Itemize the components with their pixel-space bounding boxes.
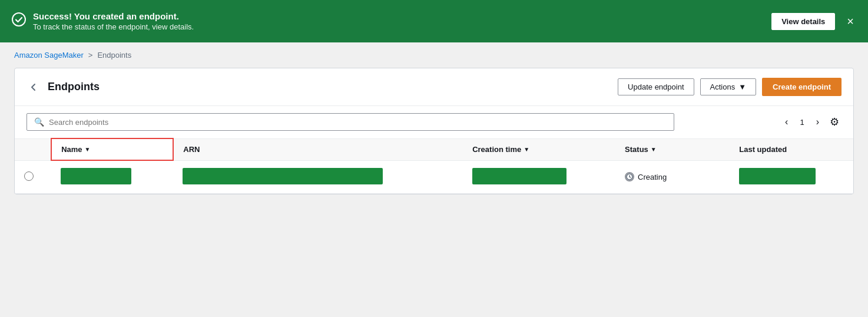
row-arn-cell	[173, 160, 463, 194]
endpoints-table: Name ▼ ARN Creation time ▼	[15, 138, 853, 194]
prev-page-button[interactable]: ‹	[780, 114, 793, 130]
row-creation-cell	[463, 160, 615, 194]
row-name-cell	[51, 160, 173, 194]
status-creating: Creating	[625, 172, 720, 181]
search-icon: 🔍	[34, 117, 44, 127]
success-banner: Success! You created an endpoint. To tra…	[0, 0, 868, 42]
col-header-radio	[15, 138, 51, 160]
search-input[interactable]	[49, 118, 667, 127]
name-redacted-block	[61, 168, 131, 184]
pagination-row: ‹ 1 › ⚙	[780, 113, 842, 131]
card-header-right: Update endpoint Actions ▼ Create endpoin…	[618, 78, 842, 96]
status-sort-arrow: ▼	[651, 146, 657, 153]
col-header-name[interactable]: Name ▼	[51, 138, 173, 160]
creation-sort-arrow: ▼	[524, 146, 529, 153]
next-page-button[interactable]: ›	[811, 114, 824, 130]
card-header-left: Endpoints	[26, 80, 100, 94]
success-subtitle: To track the status of the endpoint, vie…	[33, 22, 194, 31]
update-endpoint-button[interactable]: Update endpoint	[618, 78, 694, 95]
success-banner-left: Success! You created an endpoint. To tra…	[12, 11, 194, 31]
search-row: 🔍 ‹ 1 › ⚙	[15, 106, 853, 138]
breadcrumb: Amazon SageMaker > Endpoints	[0, 42, 868, 68]
status-clock-icon	[625, 172, 634, 181]
close-banner-button[interactable]: ×	[844, 13, 856, 29]
col-header-creation-time[interactable]: Creation time ▼	[463, 138, 615, 160]
success-title: Success! You created an endpoint.	[33, 11, 194, 21]
col-header-arn: ARN	[173, 138, 463, 160]
row-radio-cell[interactable]	[15, 160, 51, 194]
collapse-icon[interactable]	[26, 80, 41, 94]
table-header-row: Name ▼ ARN Creation time ▼	[15, 138, 853, 160]
success-check-icon	[12, 12, 26, 27]
breadcrumb-parent-link[interactable]: Amazon SageMaker	[14, 51, 84, 60]
actions-button[interactable]: Actions ▼	[700, 78, 757, 95]
card-header: Endpoints Update endpoint Actions ▼ Crea…	[15, 68, 853, 106]
success-banner-right: View details ×	[771, 13, 856, 30]
view-details-button[interactable]: View details	[771, 13, 835, 30]
search-box: 🔍	[26, 113, 674, 131]
row-status-cell: Creating	[615, 160, 730, 194]
breadcrumb-separator: >	[88, 51, 93, 60]
table-row: Creating	[15, 160, 853, 194]
row-updated-cell	[730, 160, 853, 194]
actions-label: Actions	[710, 82, 736, 91]
page-number: 1	[796, 118, 807, 127]
create-endpoint-button[interactable]: Create endpoint	[762, 78, 842, 96]
col-header-last-updated: Last updated	[730, 138, 853, 160]
table-settings-button[interactable]: ⚙	[827, 113, 842, 131]
name-sort-arrow: ▼	[85, 146, 91, 153]
status-label: Creating	[638, 173, 667, 181]
endpoints-card: Endpoints Update endpoint Actions ▼ Crea…	[14, 68, 854, 194]
svg-point-0	[12, 13, 25, 26]
actions-dropdown-arrow: ▼	[738, 82, 746, 91]
success-text-block: Success! You created an endpoint. To tra…	[33, 11, 194, 31]
updated-redacted-block	[739, 168, 816, 184]
creation-redacted-block	[472, 168, 566, 184]
card-title: Endpoints	[48, 81, 100, 93]
row-radio-input[interactable]	[24, 171, 34, 181]
arn-redacted-block	[183, 168, 383, 184]
breadcrumb-current: Endpoints	[97, 51, 131, 60]
col-header-status[interactable]: Status ▼	[615, 138, 730, 160]
